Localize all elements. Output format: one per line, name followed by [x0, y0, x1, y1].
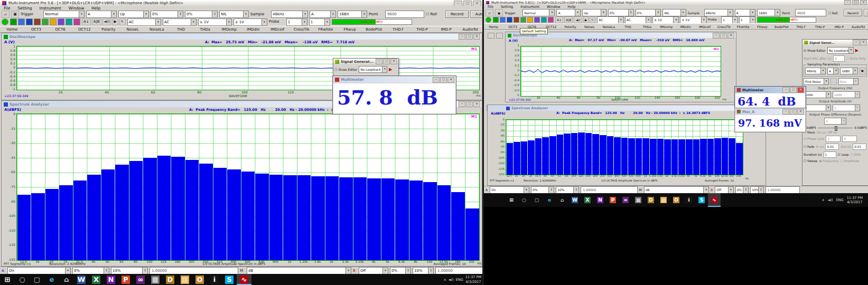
taskbar-icon-start[interactable]: ⊞ — [0, 274, 15, 285]
control-field-100000[interactable]: 1.00000 — [581, 186, 637, 194]
control-combo-on[interactable]: On▾ — [7, 267, 71, 274]
menu-item[interactable]: Window — [543, 5, 564, 9]
control-combo-db[interactable]: dB▾ — [644, 186, 710, 194]
tab[interactable]: IMDdin — [241, 27, 266, 32]
minimize-button[interactable]: – — [433, 77, 440, 83]
menu-item[interactable]: File — [484, 5, 497, 9]
duration-field[interactable]: 1 — [824, 151, 836, 158]
taskbar-icon-search[interactable]: ○ — [15, 274, 30, 285]
tray-caret-icon[interactable]: ∧ — [822, 198, 825, 202]
control-combo-db[interactable]: dB▾ — [247, 267, 351, 274]
tab[interactable]: BodePlot — [772, 25, 791, 28]
max-a-titlebar[interactable]: Max_A – □ × — [735, 109, 805, 115]
taskbar-clock[interactable]: 11:37 PM 4/3/2017 — [465, 275, 481, 283]
generator-play-button[interactable]: ▶ — [855, 49, 858, 53]
menu-item[interactable]: Window — [65, 6, 88, 11]
control-combo-ac[interactable]: AC▾ — [163, 18, 197, 26]
control-spin-0[interactable]: 0%↕ — [151, 11, 183, 18]
taskbar-icon-task-view[interactable]: ▢ — [530, 193, 543, 207]
control-tool-[interactable]: ▱ — [2, 11, 10, 18]
maximize-button[interactable]: □ — [383, 59, 390, 64]
control-combo-ac[interactable]: AC▾ — [597, 16, 623, 24]
taskbar-icon-word[interactable]: W — [568, 193, 581, 207]
window-button[interactable] — [488, 33, 494, 39]
control-combo-1v[interactable]: ± 1V▾ — [652, 16, 679, 24]
tab[interactable]: Polarity — [97, 27, 121, 32]
control-field-9600[interactable]: 9600 — [385, 11, 424, 18]
control-tool-[interactable]: ▣ — [11, 11, 19, 18]
instrument-icon[interactable] — [520, 17, 526, 23]
close-button[interactable]: × — [473, 101, 480, 107]
instrument-icon[interactable] — [507, 17, 512, 23]
control-spin-10[interactable]: 10%↕ — [750, 186, 764, 194]
close-button[interactable]: × — [727, 33, 734, 39]
tab[interactable]: OCT3 — [24, 27, 49, 32]
taskbar-icon-app-gold[interactable]: D — [163, 274, 178, 285]
control-combo-a[interactable]: A▾ — [556, 9, 581, 16]
control-combo-up[interactable]: Up▾ — [118, 11, 149, 18]
instrument-icon[interactable] — [10, 18, 17, 25]
control-btn-record[interactable]: Record — [844, 9, 862, 16]
tab[interactable]: FRwhite — [733, 25, 752, 28]
control-combo-off[interactable]: Off▾ — [359, 267, 388, 274]
close-button[interactable]: × — [390, 59, 397, 64]
tab[interactable]: THD — [169, 27, 193, 32]
tab[interactable]: BodePlot — [362, 27, 386, 32]
close-button[interactable]: × — [860, 40, 867, 45]
spectrum-titlebar[interactable]: Spectrum Analyzer – □ × — [488, 106, 765, 111]
marker-m1[interactable]: M1 — [714, 47, 719, 51]
tool-button[interactable]: A↓ — [82, 18, 91, 25]
sweep-checkbox[interactable]: ☐ Sweep — [804, 159, 817, 163]
tab[interactable]: IMDsmp — [217, 27, 241, 32]
instrument-icon[interactable] — [527, 17, 533, 23]
maximize-button[interactable]: □ — [466, 34, 473, 40]
loopback-select[interactable]: No Loopback▾ — [359, 66, 387, 73]
show-editor-checkbox[interactable]: ☑ Show Editor — [804, 49, 826, 52]
instrument-icon[interactable] — [18, 18, 25, 25]
taskbar-icon-store[interactable]: ⌂ — [59, 274, 74, 285]
control-spin-10[interactable]: 10%↕ — [111, 267, 148, 274]
generator-rate-select[interactable]: 48kHz▾ — [805, 68, 826, 74]
generator-channel-select[interactable]: A▾ — [827, 68, 838, 74]
taskbar-icon-search[interactable]: ○ — [518, 193, 530, 207]
tab[interactable]: FRwvp — [753, 25, 772, 28]
tab[interactable]: NoiseLa — [599, 25, 618, 28]
control-tool-[interactable]: ▣ — [495, 9, 503, 16]
tool-button[interactable]: ▶ — [112, 18, 118, 25]
marker-m1[interactable]: M1 — [471, 47, 477, 51]
minimize-button[interactable]: – — [782, 109, 789, 115]
control-check-roll[interactable]: ☐ Roll — [426, 11, 444, 17]
speaker-icon[interactable]: ◄)) — [828, 198, 833, 202]
taskbar-icon-file-explorer[interactable]: ▤ — [657, 193, 670, 207]
control-field-9600[interactable]: 9600 — [795, 9, 826, 16]
control-spin-0[interactable]: 0%↕ — [390, 267, 411, 274]
tab[interactable]: NoiseL — [120, 27, 145, 32]
language-indicator[interactable]: ENG — [836, 198, 844, 202]
taskbar-icon-word[interactable]: W — [74, 274, 89, 285]
generator-bits-select[interactable]: 16Bit▾ — [840, 68, 857, 74]
phase-lock-off-field[interactable]: 0 — [842, 136, 857, 142]
tray-caret-icon[interactable]: ∧ — [444, 278, 446, 282]
control-spin-0[interactable]: 0%↕ — [735, 186, 749, 194]
minimize-button[interactable]: – — [459, 34, 465, 40]
tab[interactable]: NoiseLa — [145, 27, 169, 32]
tab[interactable]: NoiseL — [580, 25, 599, 28]
taskbar-icon-skype[interactable]: S — [222, 274, 237, 285]
speaker-icon[interactable]: ◄)) — [449, 278, 454, 282]
taskbar-icon-edge[interactable]: e — [44, 274, 59, 285]
tab[interactable]: THD-f — [386, 27, 410, 32]
control-btn-auto[interactable]: Auto — [864, 9, 868, 16]
control-combo-1v[interactable]: ± 1V▾ — [198, 18, 232, 26]
control-combo-ac[interactable]: AC▾ — [625, 16, 651, 24]
taskbar-icon-powerpoint[interactable]: P — [606, 193, 619, 207]
menu-item[interactable]: Instrument — [517, 5, 543, 9]
instrument-icon[interactable] — [66, 18, 72, 25]
control-combo-1v[interactable]: ± 1V▾ — [234, 18, 267, 26]
save-icon[interactable]: ▣ — [860, 68, 865, 74]
instrument-icon[interactable] — [34, 18, 41, 25]
frequency-b-select[interactable]: 1000▾ — [833, 91, 860, 98]
instrument-icon[interactable] — [58, 18, 64, 25]
control-combo-normal[interactable]: Normal▾ — [522, 9, 555, 16]
control-combo-ac[interactable]: AC▾ — [127, 18, 161, 26]
close-button[interactable]: × — [473, 34, 480, 40]
